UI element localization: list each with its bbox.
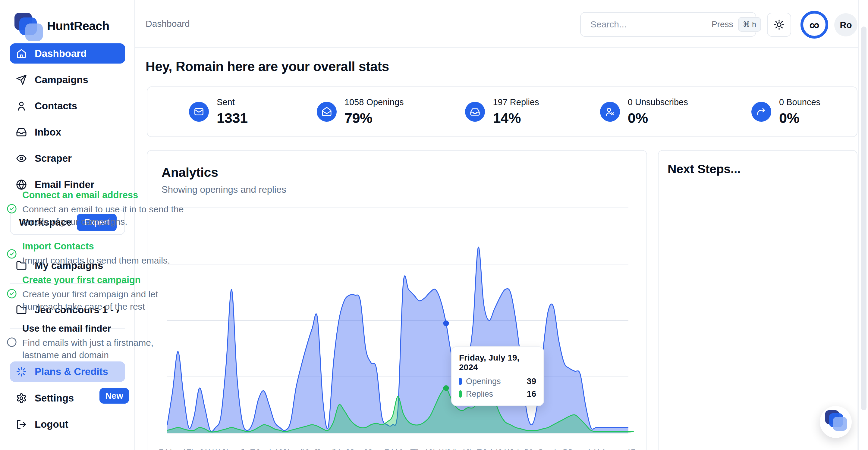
sidebar-item-label: Inbox — [35, 127, 61, 138]
stat-value: 14% — [493, 110, 539, 126]
tooltip-row-openings: Openings 39 — [459, 377, 536, 386]
eye-icon — [16, 153, 27, 164]
inbox-tray-icon — [465, 102, 485, 122]
infinity-button[interactable]: ∞ — [801, 11, 828, 38]
openings-color-pill — [459, 378, 462, 385]
sidebar-nav: Dashboard Campaigns Contacts Inbox Scrap… — [10, 43, 125, 195]
avatar[interactable]: Ro — [834, 13, 858, 36]
bounce-arrow-icon — [751, 102, 771, 122]
stat-label: Sent — [217, 97, 248, 107]
stat-label: 197 Replies — [493, 97, 539, 107]
stat-bounces: 0 Bounces 0% — [715, 97, 857, 126]
empty-circle-icon — [7, 337, 17, 347]
sidebar-item-label: Email Finder — [35, 179, 94, 190]
sidebar-item-logout[interactable]: Logout — [10, 414, 125, 435]
page-title: Hey, Romain here are your overall stats — [146, 59, 389, 74]
huntreach-logo-icon — [14, 12, 43, 40]
check-circle-icon — [7, 289, 17, 299]
step-connect-email: Connect an email address Connect an emai… — [7, 190, 190, 228]
scrollbar-thumb[interactable] — [861, 27, 867, 410]
stat-value: 0% — [779, 110, 820, 126]
sidebar-item-campaigns[interactable]: Campaigns — [10, 70, 125, 90]
send-icon — [16, 74, 27, 85]
stat-unsubscribes: 0 Unsubscribes 0% — [573, 97, 715, 126]
sidebar-item-scraper[interactable]: Scraper — [10, 148, 125, 168]
sidebar-item-label: Plans & Credits — [35, 366, 108, 377]
stat-label: 0 Unsubscribes — [628, 97, 688, 107]
step-title[interactable]: Connect an email address — [22, 190, 190, 201]
press-label: Press — [712, 20, 733, 29]
step-body: Connect an email to use it in to send th… — [22, 203, 190, 228]
check-circle-icon — [7, 204, 17, 214]
tooltip-row-replies: Replies 16 — [459, 389, 536, 399]
step-body: Create your first campaign and let huntr… — [22, 288, 190, 313]
infinity-icon: ∞ — [809, 18, 819, 32]
tooltip-date: Friday, July 19, 2024 — [459, 353, 536, 372]
theme-toggle-button[interactable] — [767, 13, 791, 37]
stat-replies: 197 Replies 14% — [431, 97, 573, 126]
replies-color-pill — [459, 390, 462, 397]
mail-icon — [189, 102, 209, 122]
stat-openings: 1058 Openings 79% — [289, 97, 431, 126]
step-title[interactable]: Import Contacts — [22, 241, 170, 252]
breadcrumb: Dashboard — [146, 19, 190, 29]
stat-sent: Sent 1331 — [147, 97, 289, 126]
analytics-title: Analytics — [161, 165, 218, 180]
gear-icon — [16, 393, 27, 404]
logout-icon — [16, 419, 27, 430]
tooltip-value: 16 — [527, 389, 536, 399]
brand: HuntReach — [14, 12, 110, 40]
check-circle-icon — [7, 249, 17, 259]
sidebar-item-label: Logout — [35, 419, 68, 430]
user-icon — [16, 101, 27, 111]
search-input[interactable] — [590, 19, 707, 30]
inbox-icon — [16, 127, 27, 138]
tooltip-label: Openings — [466, 377, 523, 386]
sidebar-item-contacts[interactable]: Contacts — [10, 96, 125, 116]
sun-icon — [774, 19, 784, 30]
sidebar-item-label: Campaigns — [35, 74, 88, 86]
stat-value: 79% — [344, 110, 404, 126]
settings-new-badge: New — [99, 388, 129, 404]
stat-label: 0 Bounces — [779, 97, 820, 107]
step-body: Find emails with just a firstname, lastn… — [22, 336, 190, 361]
brand-name: HuntReach — [47, 19, 110, 33]
stats-card: Sent 1331 1058 Openings 79% 197 Replies … — [147, 87, 858, 137]
svg-text:Saturday, August 17: Saturday, August 17 — [568, 448, 635, 450]
next-steps-title: Next Steps... — [668, 162, 741, 176]
tooltip-label: Replies — [466, 389, 523, 399]
step-email-finder: Use the email finder Find emails with ju… — [7, 323, 190, 361]
user-x-icon — [600, 102, 620, 122]
stat-label: 1058 Openings — [344, 97, 404, 107]
analytics-chart-svg[interactable]: Friday, May 31Thursday, June 6Wednesday,… — [167, 201, 629, 450]
home-icon — [16, 48, 27, 59]
chart-tooltip: Friday, July 19, 2024 Openings 39 Replie… — [451, 346, 544, 406]
sidebar-item-label: Dashboard — [35, 48, 87, 59]
tooltip-value: 39 — [527, 377, 536, 386]
step-import-contacts: Import Contacts Import contacts to send … — [7, 241, 190, 266]
stat-value: 1331 — [217, 110, 248, 126]
step-title[interactable]: Use the email finder — [22, 323, 190, 334]
globe-icon — [16, 179, 27, 190]
stat-value: 0% — [628, 110, 688, 126]
step-create-campaign: Create your first campaign Create your f… — [7, 275, 190, 313]
step-body: Import contacts to send them emails. — [22, 254, 170, 266]
floating-logo-button[interactable] — [820, 406, 852, 438]
sidebar-item-label: Scraper — [35, 153, 72, 164]
loader-sparkle-icon — [16, 366, 27, 377]
sidebar-item-plans-credits[interactable]: Plans & Credits — [10, 361, 125, 382]
step-title[interactable]: Create your first campaign — [22, 275, 190, 286]
sidebar-item-inbox[interactable]: Inbox — [10, 122, 125, 142]
kbd-shortcut: ⌘ h — [738, 17, 761, 32]
sidebar-item-label: Contacts — [35, 100, 77, 112]
next-steps-card: Next Steps... — [658, 150, 858, 450]
huntreach-dashboard: HuntReach Dashboard Campaigns Contacts I… — [0, 0, 868, 450]
sidebar-item-label: Settings — [35, 392, 74, 404]
mail-open-icon — [317, 102, 337, 122]
sidebar-item-dashboard[interactable]: Dashboard — [10, 43, 125, 64]
search-box: Press ⌘ h — [580, 12, 756, 37]
